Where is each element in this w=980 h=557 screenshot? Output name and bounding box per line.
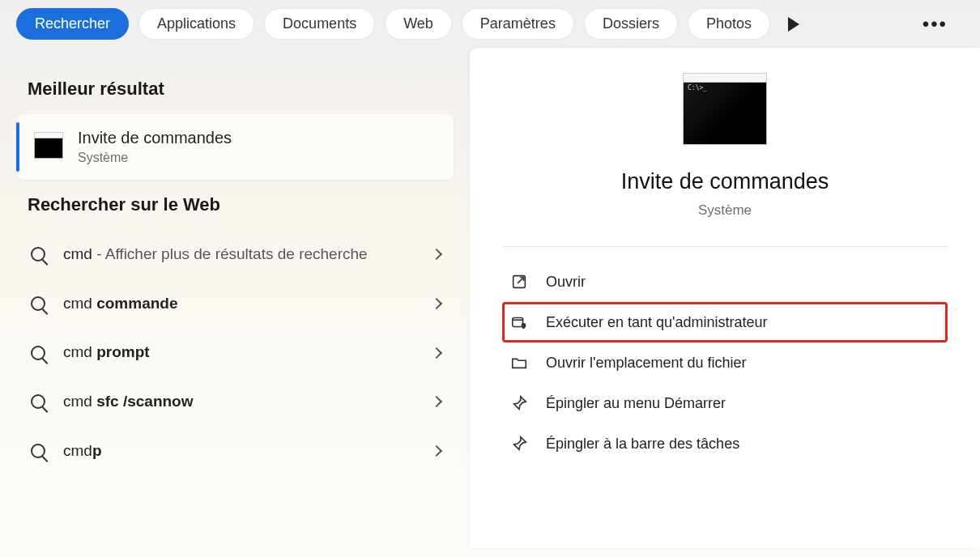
web-results-heading: Rechercher sur le Web [28,194,454,215]
best-result-title: Invite de commandes [78,129,232,147]
chevron-right-icon [431,249,442,260]
preview-title: Invite de commandes [502,169,948,194]
tab-documents[interactable]: Documents [264,8,375,40]
tab-photos[interactable]: Photos [688,8,770,40]
preview-pane: Invite de commandes Système Ouvrir Exécu… [470,48,980,548]
action-label: Épingler à la barre des tâches [546,436,739,453]
best-result-heading: Meilleur résultat [28,79,454,100]
chevron-right-icon [431,445,442,457]
action-run-as-admin[interactable]: Exécuter en tant qu'administrateur [502,302,948,342]
divider [502,246,948,247]
suggestion-text: cmd commande [63,294,416,314]
action-label: Exécuter en tant qu'administrateur [546,314,768,331]
open-icon [510,273,528,291]
best-result-item[interactable]: Invite de commandes Système [16,114,454,180]
pin-icon [510,394,528,412]
search-icon [29,344,47,362]
action-open-location[interactable]: Ouvrir l'emplacement du fichier [502,342,948,383]
preview-subtitle: Système [502,202,948,219]
suggestion-text: cmd prompt [63,342,416,363]
overflow-menu-button[interactable]: ••• [906,13,964,36]
chevron-right-icon [431,298,442,309]
search-icon [29,393,47,410]
results-pane: Meilleur résultat Invite de commandes Sy… [0,48,470,548]
svg-rect-1 [513,318,523,327]
tab-parametres[interactable]: Paramètres [462,8,574,40]
search-icon [29,442,47,460]
tab-web[interactable]: Web [385,8,452,40]
search-icon [29,295,47,313]
cmd-preview-icon [683,80,767,145]
web-suggestion[interactable]: cmd commande [16,279,454,329]
suggestion-text: cmd sfc /scannow [63,392,416,412]
action-open[interactable]: Ouvrir [502,261,948,302]
web-suggestion[interactable]: cmd - Afficher plus de résultats de rech… [16,230,454,279]
action-pin-taskbar[interactable]: Épingler à la barre des tâches [502,423,948,464]
best-result-text: Invite de commandes Système [78,129,232,165]
tab-rechercher[interactable]: Rechercher [16,8,129,40]
pin-icon [510,435,528,453]
action-label: Épingler au menu Démarrer [546,395,726,412]
admin-shield-icon [510,313,528,331]
chevron-right-icon [431,396,442,407]
folder-icon [510,354,528,372]
chevron-right-icon [431,347,442,359]
tab-applications[interactable]: Applications [138,8,254,40]
action-label: Ouvrir l'emplacement du fichier [546,355,747,372]
suggestion-text: cmdp [63,441,416,461]
more-tabs-button[interactable] [783,12,804,36]
web-suggestion[interactable]: cmd prompt [16,328,454,377]
filter-tabs: Rechercher Applications Documents Web Pa… [0,0,980,48]
best-result-subtitle: Système [78,151,232,165]
web-suggestion[interactable]: cmdp [16,427,454,476]
action-label: Ouvrir [546,274,586,291]
action-pin-start[interactable]: Épingler au menu Démarrer [502,383,948,423]
cmd-icon [34,136,63,159]
search-icon [29,245,47,263]
web-suggestion[interactable]: cmd sfc /scannow [16,377,454,427]
tab-dossiers[interactable]: Dossiers [584,8,678,40]
suggestion-text: cmd - Afficher plus de résultats de rech… [63,244,416,265]
